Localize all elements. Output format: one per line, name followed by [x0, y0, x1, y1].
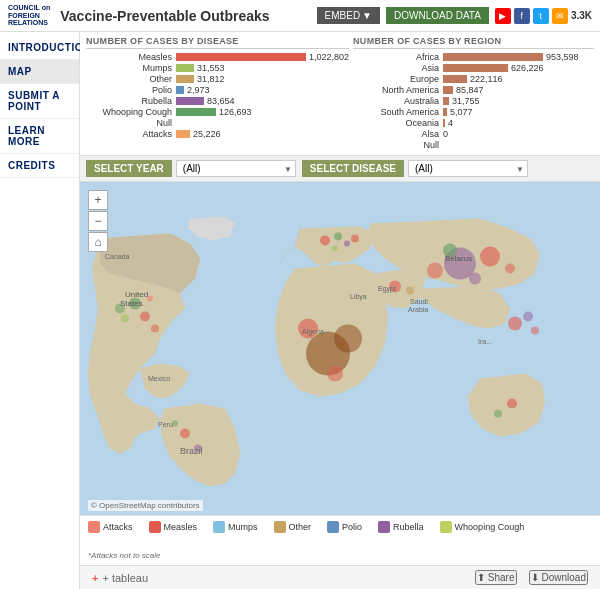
follow-count: 3.3K — [571, 10, 592, 21]
sidebar-item-learn[interactable]: LEARN MORE — [0, 119, 79, 154]
sidebar-item-submit[interactable]: SUBMIT A POINT — [0, 84, 79, 119]
region-row-north-america: North America 85,847 — [353, 85, 594, 95]
svg-text:Peru: Peru — [158, 421, 173, 428]
polio-legend-dot — [327, 521, 339, 533]
download-data-button[interactable]: DOWNLOAD DATA — [386, 7, 489, 24]
twitter-icon[interactable]: t — [533, 8, 549, 24]
legend-item-polio: Polio — [327, 521, 362, 533]
other-legend-dot — [274, 521, 286, 533]
zoom-out-button[interactable]: − — [88, 211, 108, 231]
disease-stats-panel: NUMBER OF CASES BY DISEASE Measles 1,022… — [86, 36, 349, 151]
svg-text:Egypt: Egypt — [378, 285, 396, 293]
svg-text:Arabia: Arabia — [408, 306, 428, 313]
legend-item-rubella: Rubella — [378, 521, 424, 533]
legend-item-attacks: Attacks — [88, 521, 133, 533]
region-row-africa: Africa 953,598 — [353, 52, 594, 62]
region-row-oceania: Oceania 4 — [353, 118, 594, 128]
legend-item-other: Other — [274, 521, 312, 533]
logo-text-line2: FOREIGN — [8, 12, 50, 20]
year-dropdown-wrap: (All) — [176, 160, 296, 177]
disease-row-other: Other 31,812 — [86, 74, 349, 84]
footer: + + tableau ⬆ Share ⬇ Download — [80, 565, 600, 589]
year-selector-group: SELECT YEAR (All) — [86, 160, 296, 177]
svg-text:Ira...: Ira... — [478, 338, 492, 345]
home-button[interactable]: ⌂ — [88, 232, 108, 252]
svg-point-27 — [508, 317, 522, 331]
region-row-europe: Europe 222,116 — [353, 74, 594, 84]
measles-legend-dot — [149, 521, 161, 533]
sidebar-item-map[interactable]: MAP — [0, 60, 79, 84]
rubella-bar — [176, 97, 204, 105]
rubella-legend-dot — [378, 521, 390, 533]
svg-point-30 — [507, 399, 517, 409]
svg-text:Libya: Libya — [350, 293, 367, 301]
legend-item-whooping: Whooping Cough — [440, 521, 525, 533]
main-layout: INTRODUCTION MAP SUBMIT A POINT LEARN MO… — [0, 32, 600, 589]
measles-bar — [176, 53, 306, 61]
svg-point-28 — [523, 312, 533, 322]
svg-point-31 — [494, 410, 502, 418]
attacks-bar — [176, 130, 190, 138]
region-row-alsa: Alsa 0 — [353, 129, 594, 139]
mumps-bar — [176, 64, 194, 72]
disease-stats-title: NUMBER OF CASES BY DISEASE — [86, 36, 349, 49]
stats-section: NUMBER OF CASES BY DISEASE Measles 1,022… — [80, 32, 600, 156]
svg-point-26 — [172, 421, 178, 427]
svg-point-24 — [180, 429, 190, 439]
share-button[interactable]: ⬆ Share — [475, 570, 517, 585]
mumps-legend-dot — [213, 521, 225, 533]
tableau-label: + tableau — [102, 572, 148, 584]
map-credit: © OpenStreetMap contributors — [88, 500, 203, 511]
embed-button[interactable]: EMBED ▼ — [317, 7, 380, 24]
top-actions: EMBED ▼ DOWNLOAD DATA ▶ f t ✉ 3.3K — [317, 7, 592, 24]
svg-point-29 — [531, 327, 539, 335]
svg-point-14 — [334, 233, 342, 241]
disease-row-null: Null — [86, 118, 349, 128]
map-area[interactable]: United States Canada Mexico Brazil Peru … — [80, 182, 600, 515]
region-row-asia: Asia 626,226 — [353, 63, 594, 73]
svg-point-6 — [480, 247, 500, 267]
region-row-south-america: South America 5,077 — [353, 107, 594, 117]
top-bar: COUNCIL on FOREIGN RELATIONS Vaccine-Pre… — [0, 0, 600, 32]
disease-dropdown[interactable]: (All) — [408, 160, 528, 177]
disease-selector-group: SELECT DISEASE (All) — [302, 160, 528, 177]
svg-point-16 — [351, 235, 359, 243]
disease-selector-label: SELECT DISEASE — [302, 160, 404, 177]
svg-point-19 — [140, 312, 150, 322]
social-icons: ▶ f t ✉ 3.3K — [495, 8, 592, 24]
whooping-legend-dot — [440, 521, 452, 533]
facebook-icon[interactable]: f — [514, 8, 530, 24]
svg-point-15 — [344, 241, 350, 247]
tableau-plus-icon: + — [92, 572, 98, 584]
disease-dropdown-wrap: (All) — [408, 160, 528, 177]
disease-row-whooping: Whooping Cough 126,693 — [86, 107, 349, 117]
download-label: Download — [542, 572, 586, 583]
youtube-icon[interactable]: ▶ — [495, 8, 511, 24]
svg-text:Saudi: Saudi — [410, 298, 428, 305]
svg-text:Brazil: Brazil — [180, 446, 203, 456]
region-stats-panel: NUMBER OF CASES BY REGION Africa 953,598… — [353, 36, 594, 151]
logo-text-line1: COUNCIL on — [8, 4, 50, 12]
sidebar: INTRODUCTION MAP SUBMIT A POINT LEARN MO… — [0, 32, 80, 589]
rss-icon[interactable]: ✉ — [552, 8, 568, 24]
year-dropdown[interactable]: (All) — [176, 160, 296, 177]
map-controls: + − ⌂ — [88, 190, 108, 252]
disease-row-measles: Measles 1,022,802 — [86, 52, 349, 62]
region-row-null: Null — [353, 140, 594, 150]
sidebar-item-introduction[interactable]: INTRODUCTION — [0, 36, 79, 60]
legend-note: *Attacks not to scale — [88, 551, 592, 560]
world-map: United States Canada Mexico Brazil Peru … — [80, 182, 600, 515]
polio-legend-label: Polio — [342, 522, 362, 532]
svg-point-7 — [427, 263, 443, 279]
legend: Attacks Measles Mumps Other Polio — [80, 515, 600, 565]
logo-text-line3: RELATIONS — [8, 19, 50, 27]
footer-actions: ⬆ Share ⬇ Download — [475, 570, 588, 585]
sidebar-item-credits[interactable]: CREDITS — [0, 154, 79, 178]
other-bar — [176, 75, 194, 83]
attacks-legend-dot — [88, 521, 100, 533]
zoom-in-button[interactable]: + — [88, 190, 108, 210]
selectors-row: SELECT YEAR (All) SELECT DISEASE (All) — [80, 156, 600, 182]
download-button[interactable]: ⬇ Download — [529, 570, 588, 585]
svg-point-2 — [334, 325, 362, 353]
other-legend-label: Other — [289, 522, 312, 532]
